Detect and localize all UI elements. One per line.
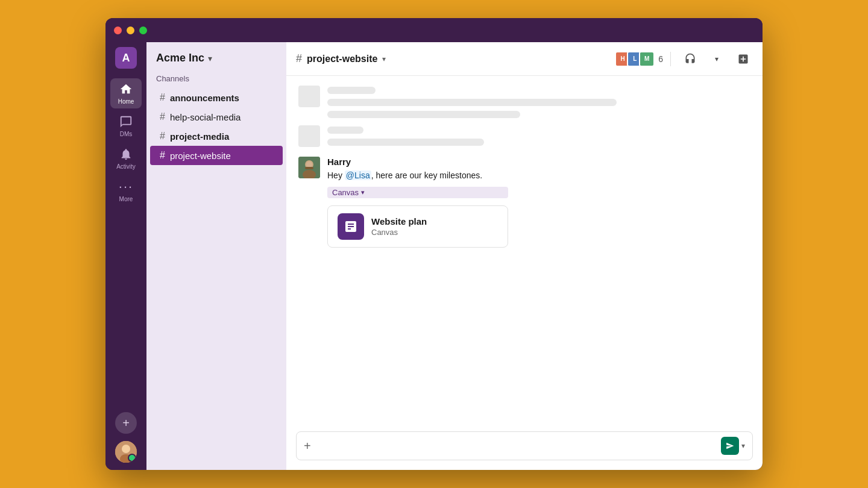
- main-content: # project-website ▾ H L M 6: [286, 42, 763, 470]
- user-avatar[interactable]: [115, 441, 137, 463]
- dms-icon: [119, 114, 133, 129]
- canvas-tag-chevron-icon: ▾: [361, 189, 365, 196]
- skeleton-line: [327, 99, 617, 106]
- harry-sender-name: Harry: [327, 157, 508, 167]
- channel-item-announcements[interactable]: # announcements: [150, 88, 283, 107]
- message-harry: Harry Hey @Lisa, here are our key milest…: [298, 157, 750, 248]
- channel-header-hash-icon: #: [296, 52, 302, 65]
- send-area: ▾: [721, 437, 745, 455]
- skeleton-lines-2: [327, 125, 484, 146]
- channels-section-label: Channels: [146, 74, 286, 88]
- maximize-button[interactable]: [139, 27, 147, 34]
- skeleton-message-1: [298, 86, 750, 118]
- canvas-tag-label: Canvas: [332, 188, 359, 197]
- channel-header-name: project-website: [307, 54, 377, 64]
- channel-name-help-social: help-social-media: [170, 112, 241, 122]
- message-input[interactable]: [316, 441, 716, 451]
- member-avatar-3: M: [639, 51, 655, 67]
- nav-label-more: More: [119, 196, 133, 202]
- nav-label-dms: DMs: [120, 131, 133, 137]
- skeleton-line: [327, 127, 363, 134]
- message-input-area: + ▾: [286, 424, 763, 470]
- canvas-card-icon: [338, 213, 364, 240]
- workspace-chevron-icon: ▾: [208, 54, 212, 63]
- skeleton-lines-1: [327, 86, 617, 118]
- header-chevron-button[interactable]: ▾: [707, 49, 726, 69]
- nav-label-activity: Activity: [116, 163, 136, 170]
- app-body: A Home DMs: [105, 42, 763, 470]
- svg-point-1: [122, 445, 130, 453]
- svg-rect-7: [305, 167, 313, 169]
- workspace-avatar[interactable]: A: [115, 47, 137, 69]
- sidebar-narrow: A Home DMs: [105, 42, 146, 470]
- hash-icon-help-social: #: [160, 111, 165, 122]
- nav-item-more[interactable]: ··· More: [110, 176, 142, 206]
- messages-area: Harry Hey @Lisa, here are our key milest…: [286, 76, 763, 424]
- canvas-tag[interactable]: Canvas ▾: [327, 187, 508, 198]
- canvas-card-info: Website plan Canvas: [371, 216, 427, 237]
- nav-item-dms[interactable]: DMs: [110, 111, 142, 141]
- workspace-name: Acme Inc: [156, 52, 204, 64]
- send-chevron-icon[interactable]: ▾: [741, 442, 745, 450]
- member-count: 6: [658, 54, 663, 64]
- canvas-card[interactable]: Website plan Canvas: [327, 205, 508, 248]
- minimize-button[interactable]: [127, 27, 134, 34]
- message-attach-button[interactable]: +: [304, 439, 311, 453]
- channel-item-project-website[interactable]: # project-website: [150, 146, 283, 165]
- skeleton-avatar-1: [298, 86, 320, 107]
- msg-text-after: , here are our key milestones.: [371, 170, 482, 180]
- app-window: A Home DMs: [105, 18, 763, 470]
- canvas-card-title: Website plan: [371, 216, 427, 227]
- channel-header-chevron-icon[interactable]: ▾: [382, 55, 386, 63]
- close-button[interactable]: [114, 27, 122, 34]
- harry-message-text: Hey @Lisa, here are our key milestones.: [327, 169, 508, 182]
- harry-avatar: [298, 157, 320, 178]
- hash-icon-announcements: #: [160, 92, 165, 103]
- svg-point-6: [306, 161, 312, 167]
- message-input-box: + ▾: [296, 431, 753, 460]
- member-avatars[interactable]: H L M 6: [615, 51, 663, 67]
- bell-icon: [119, 147, 133, 161]
- skeleton-avatar-2: [298, 125, 320, 147]
- nav-item-home[interactable]: Home: [110, 78, 142, 108]
- title-bar: [105, 18, 763, 42]
- skeleton-line: [327, 111, 520, 118]
- channels-sidebar: Acme Inc ▾ Channels # announcements # he…: [146, 42, 286, 470]
- add-to-header-button[interactable]: [734, 49, 753, 69]
- huddle-button[interactable]: [681, 49, 700, 69]
- lisa-mention[interactable]: @Lisa: [345, 170, 371, 180]
- nav-item-activity[interactable]: Activity: [110, 143, 142, 174]
- channel-item-project-media[interactable]: # project-media: [150, 127, 283, 146]
- workspace-header[interactable]: Acme Inc ▾: [146, 52, 286, 74]
- canvas-card-subtitle: Canvas: [371, 228, 427, 237]
- nav-label-home: Home: [118, 98, 134, 105]
- channel-name-announcements: announcements: [170, 93, 239, 103]
- channel-name-project-media: project-media: [170, 131, 229, 142]
- add-workspace-button[interactable]: +: [115, 412, 137, 434]
- skeleton-message-2: [298, 125, 750, 147]
- msg-text-before: Hey: [327, 170, 345, 180]
- more-dots-icon: ···: [119, 180, 133, 194]
- header-divider: [670, 52, 671, 66]
- channel-name-project-website: project-website: [170, 151, 231, 161]
- hash-icon-project-website: #: [160, 150, 165, 161]
- skeleton-line: [327, 139, 484, 146]
- channel-header: # project-website ▾ H L M 6: [286, 42, 763, 76]
- hash-icon-project-media: #: [160, 131, 165, 142]
- skeleton-line: [327, 87, 376, 94]
- home-icon: [119, 82, 133, 96]
- send-button[interactable]: [721, 437, 739, 455]
- harry-message-content: Harry Hey @Lisa, here are our key milest…: [327, 157, 508, 248]
- channel-item-help-social-media[interactable]: # help-social-media: [150, 107, 283, 127]
